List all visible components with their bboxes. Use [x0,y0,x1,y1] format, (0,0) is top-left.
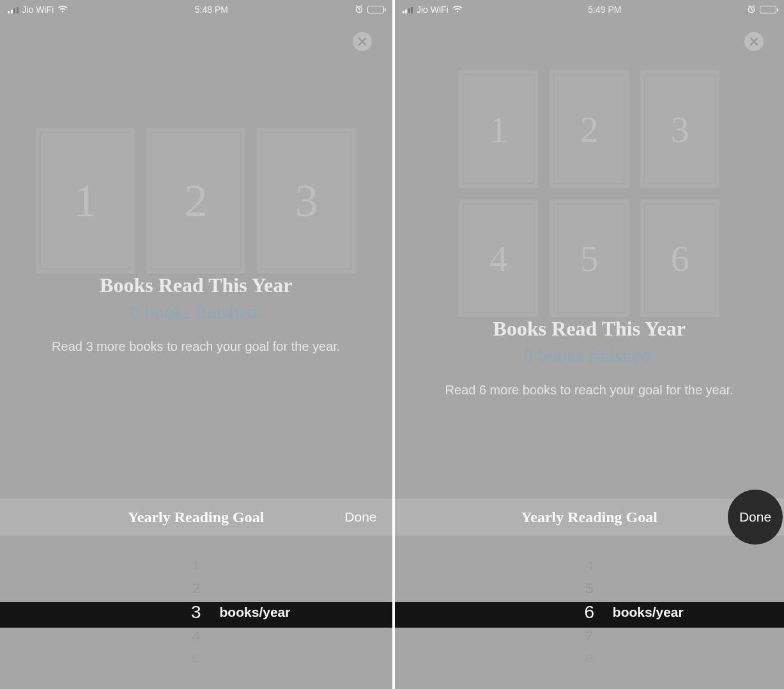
content-area: 1 2 3 4 5 6 Books Read This Year 0 books… [395,19,785,499]
book-slot: 1 [36,128,135,274]
picker-option[interactable]: 2 [0,578,392,599]
carrier-label: Jio WiFi [22,4,54,15]
picker-title: Yearly Reading Goal [128,509,264,526]
book-slot: 5 [550,199,629,317]
book-slot: 3 [640,70,719,188]
picker-option[interactable]: 4 [0,626,392,647]
goal-hint: Read 3 more books to reach your goal for… [52,339,340,354]
screen-right: Jio WiFi 5:49 PM 1 2 3 4 5 6 Books Read … [392,0,785,689]
picker-header: Yearly Reading Goal Done [395,499,785,536]
book-slot: 3 [257,128,356,274]
picker-option[interactable]: 4 [395,558,785,574]
battery-icon [760,6,776,13]
done-button[interactable]: Done [344,509,376,525]
close-button[interactable] [353,32,372,51]
picker-option-selected[interactable]: 3 books/year [0,600,392,625]
book-slot: 2 [550,70,629,188]
book-grid: 1 2 3 4 5 6 [459,70,719,317]
goal-hint: Read 6 more books to reach your goal for… [445,383,734,398]
carrier-label: Jio WiFi [417,4,449,15]
content-area: 1 2 3 Books Read This Year 0 books finis… [0,19,392,499]
signal-icon [8,6,19,13]
books-finished-count: 0 books finished. [130,301,262,323]
books-finished-count: 0 books finished. [523,344,655,366]
signal-icon [403,6,413,13]
book-slot: 4 [459,199,538,317]
clock-time: 5:49 PM [588,4,621,15]
battery-icon [367,6,384,13]
alarm-icon [747,4,756,15]
close-button[interactable] [744,32,764,51]
alarm-icon [355,4,364,15]
picker-unit: books/year [220,600,291,625]
book-grid: 1 2 3 [36,128,356,274]
status-bar: Jio WiFi 5:49 PM [395,0,785,19]
picker-option[interactable]: 7 [395,626,785,647]
book-slot: 2 [146,128,245,274]
picker-option-selected[interactable]: 6 books/year [395,600,785,625]
page-title: Books Read This Year [493,317,686,341]
goal-picker[interactable]: 1 2 3 books/year 4 5 [0,536,392,689]
picker-option[interactable]: 5 [395,578,785,599]
picker-unit: books/year [613,600,684,625]
wifi-icon [452,4,463,15]
picker-header: Yearly Reading Goal Done [0,499,392,536]
picker-option[interactable]: 5 [0,651,392,667]
goal-picker[interactable]: 4 5 6 books/year 7 8 [395,536,785,689]
picker-option[interactable]: 1 [0,558,392,574]
page-title: Books Read This Year [100,274,292,297]
book-slot: 6 [640,199,719,317]
picker-title: Yearly Reading Goal [521,509,657,526]
book-slot: 1 [459,70,538,188]
wifi-icon [58,4,68,15]
status-bar: Jio WiFi 5:48 PM [0,0,392,19]
done-button[interactable]: Done [728,490,783,545]
picker-option[interactable]: 8 [395,651,785,667]
screen-left: Jio WiFi 5:48 PM 1 2 3 Books Read This Y… [0,0,392,689]
clock-time: 5:48 PM [195,4,228,15]
